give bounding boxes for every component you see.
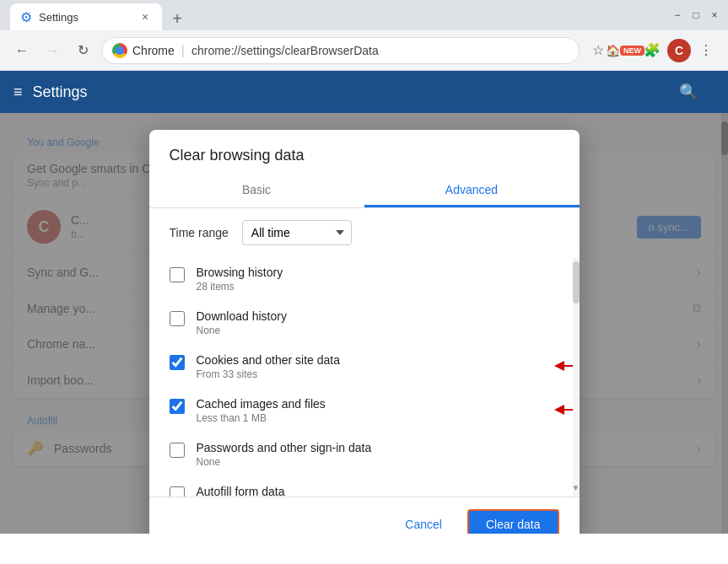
settings-header: ≡ Settings 🔍 [0, 71, 728, 113]
checkbox-passwords[interactable] [170, 443, 185, 458]
download-history-subtitle: None [197, 325, 559, 336]
back-button[interactable]: ← [10, 39, 34, 62]
list-item-passwords: Passwords and other sign-in data None [170, 432, 559, 476]
extensions-button[interactable]: 🧩 [640, 39, 664, 62]
extension-new-button[interactable]: 🏠 NEW [613, 39, 637, 62]
passwords-signin-subtitle: None [197, 456, 559, 468]
dialog-scrollbar-thumb [573, 261, 580, 303]
cancel-button[interactable]: Cancel [388, 509, 459, 534]
browser-tab[interactable]: ⚙ Settings × [10, 3, 162, 30]
dialog-overlay: Clear browsing data Basic Advanced Time … [0, 113, 728, 534]
dialog-footer: Cancel Clear data [149, 497, 580, 534]
window-controls: − □ × [671, 8, 721, 22]
site-icon [112, 43, 127, 58]
checkbox-cached[interactable] [170, 399, 185, 414]
cookies-title: Cookies and other site data [197, 353, 559, 367]
checkbox-browsing-history[interactable] [170, 267, 185, 282]
tab-advanced[interactable]: Advanced [364, 175, 580, 207]
title-bar: ⚙ Settings × + − □ × [0, 0, 728, 30]
list-item-autofill: Autofill form data [170, 476, 559, 497]
autofill-form-title: Autofill form data [197, 485, 559, 497]
clear-browsing-data-dialog: Clear browsing data Basic Advanced Time … [149, 130, 580, 534]
checkbox-autofill[interactable] [170, 486, 185, 497]
refresh-button[interactable]: ↻ [71, 39, 94, 62]
tab-close-button[interactable]: × [138, 10, 152, 24]
passwords-signin-text: Passwords and other sign-in data None [197, 441, 559, 468]
close-button[interactable]: × [708, 8, 721, 22]
cached-text: Cached images and files Less than 1 MB [197, 397, 559, 424]
settings-content: You and Google Get Google smarts in Chro… [0, 113, 728, 534]
settings-page-title: Settings [33, 83, 88, 101]
cached-title: Cached images and files [197, 397, 559, 411]
clear-data-button[interactable]: Clear data [467, 509, 559, 534]
maximize-button[interactable]: □ [689, 8, 703, 22]
time-range-row: Time range All time Last hour Last 24 ho… [149, 208, 580, 257]
list-item-cookies: Cookies and other site data From 33 site… [170, 345, 559, 389]
menu-icon[interactable]: ≡ [13, 83, 23, 101]
new-tab-button[interactable]: + [165, 7, 189, 30]
forward-button[interactable]: → [40, 39, 64, 62]
download-history-text: Download history None [197, 309, 559, 336]
cookies-subtitle: From 33 sites [197, 368, 559, 380]
settings-background: ≡ Settings 🔍 You and Google Get Google s… [0, 71, 728, 534]
address-separator: | [181, 43, 185, 58]
autofill-form-text: Autofill form data [197, 485, 559, 497]
cookies-text: Cookies and other site data From 33 site… [197, 353, 559, 380]
minimize-button[interactable]: − [671, 8, 684, 22]
list-item-cached: Cached images and files Less than 1 MB [170, 389, 559, 432]
profile-button[interactable]: C [667, 39, 691, 62]
browsing-history-subtitle: 28 items [197, 281, 559, 293]
list-item-browsing-history: Browsing history 28 items [170, 257, 559, 301]
more-button[interactable]: ⋮ [694, 39, 718, 62]
address-input[interactable]: Chrome | chrome://settings/clearBrowserD… [101, 37, 580, 64]
dialog-title: Clear browsing data [149, 130, 580, 164]
time-range-label: Time range [170, 226, 229, 239]
data-items-list: Browsing history 28 items Download histo… [149, 257, 573, 497]
red-arrow-cookies [551, 353, 573, 379]
browsing-history-title: Browsing history [197, 266, 559, 279]
tab-favicon: ⚙ [20, 9, 32, 25]
cached-subtitle: Less than 1 MB [197, 412, 559, 424]
tab-title: Settings [39, 11, 78, 24]
search-icon[interactable]: 🔍 [679, 83, 698, 101]
list-item-download-history: Download history None [170, 301, 559, 345]
dialog-tabs: Basic Advanced [149, 175, 580, 208]
checkbox-cookies[interactable] [170, 355, 185, 370]
tab-basic[interactable]: Basic [149, 175, 364, 207]
scrollbar-down-arrow: ▼ [573, 482, 580, 492]
time-range-select[interactable]: All time Last hour Last 24 hours Last 7 … [242, 220, 352, 245]
red-arrow-cached [551, 397, 573, 422]
passwords-signin-title: Passwords and other sign-in data [197, 441, 559, 454]
address-url: chrome://settings/clearBrowserData [191, 44, 379, 57]
checkbox-download-history[interactable] [170, 311, 185, 326]
address-chrome-label: Chrome [132, 44, 175, 57]
toolbar-icons: ☆ 🏠 NEW 🧩 C ⋮ [586, 39, 718, 62]
download-history-title: Download history [197, 309, 559, 323]
dialog-scrollbar[interactable]: ▼ [573, 257, 580, 497]
browsing-history-text: Browsing history 28 items [197, 266, 559, 293]
address-bar: ← → ↻ Chrome | chrome://settings/clearBr… [0, 30, 728, 71]
